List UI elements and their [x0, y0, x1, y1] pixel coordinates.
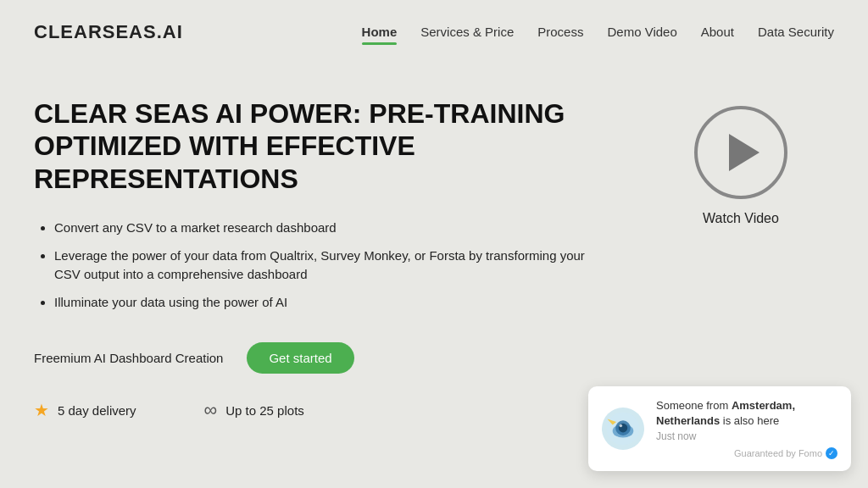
nav-links: Home Services & Price Process Demo Video… [362, 25, 834, 40]
fomo-text: Someone from Amsterdam, Netherlands is a… [656, 398, 837, 442]
fomo-footer: Guaranteed by Fomo ✓ [656, 447, 837, 459]
page-title: CLEAR SEAS AI POWER: PRE-TRAINING OPTIMI… [34, 97, 614, 195]
svg-point-4 [620, 424, 623, 428]
delivery-badge: ★ 5 day delivery [34, 400, 136, 420]
nav-item-demo[interactable]: Demo Video [607, 25, 676, 40]
nav-item-about[interactable]: About [701, 25, 734, 40]
nav-item-services[interactable]: Services & Price [420, 25, 514, 40]
feature-item: Convert any CSV to a market research das… [54, 219, 614, 238]
play-icon [729, 134, 760, 171]
fomo-city: Amsterdam, [732, 399, 795, 412]
navigation: CLEARSEAS.AI Home Services & Price Proce… [0, 0, 868, 64]
cta-row: Freemium AI Dashboard Creation Get start… [34, 342, 614, 374]
infinity-icon: ∞ [204, 399, 218, 421]
guaranteed-label: Guaranteed by Fomo [734, 448, 822, 458]
delivery-label: 5 day delivery [58, 403, 136, 418]
main-content: CLEAR SEAS AI POWER: PRE-TRAINING OPTIMI… [0, 64, 868, 438]
site-logo[interactable]: CLEARSEAS.AI [34, 21, 183, 43]
cta-label: Freemium AI Dashboard Creation [34, 351, 223, 365]
plots-badge: ∞ Up to 25 plots [204, 399, 304, 421]
fomo-notification: Someone from Amsterdam, Netherlands is a… [588, 386, 851, 471]
nav-item-security[interactable]: Data Security [758, 25, 834, 40]
fomo-prefix: Someone from [656, 399, 732, 412]
plots-label: Up to 25 plots [225, 403, 304, 418]
get-started-button[interactable]: Get started [247, 342, 353, 374]
fomo-avatar-icon [604, 410, 642, 447]
fomo-main-text: Someone from Amsterdam, Netherlands is a… [656, 398, 837, 429]
feature-item: Leverage the power of your data from Qua… [54, 247, 614, 285]
features-list: Convert any CSV to a market research das… [34, 219, 614, 312]
fomo-content: Someone from Amsterdam, Netherlands is a… [656, 398, 837, 459]
watch-video-button[interactable] [694, 106, 787, 199]
left-column: CLEAR SEAS AI POWER: PRE-TRAINING OPTIMI… [34, 97, 614, 421]
star-icon: ★ [34, 400, 49, 420]
fomo-suffix: is also here [720, 414, 779, 427]
watch-video-label: Watch Video [703, 211, 779, 226]
nav-item-home[interactable]: Home [362, 25, 398, 40]
feature-item: Illuminate your data using the power of … [54, 293, 614, 313]
fomo-time: Just now [656, 430, 837, 442]
fomo-country: Netherlands [656, 414, 720, 427]
badges-row: ★ 5 day delivery ∞ Up to 25 plots [34, 399, 614, 421]
nav-item-process[interactable]: Process [537, 25, 583, 40]
fomo-avatar [602, 408, 644, 450]
checkmark-icon: ✓ [826, 447, 837, 459]
right-column: Watch Video [648, 97, 834, 421]
